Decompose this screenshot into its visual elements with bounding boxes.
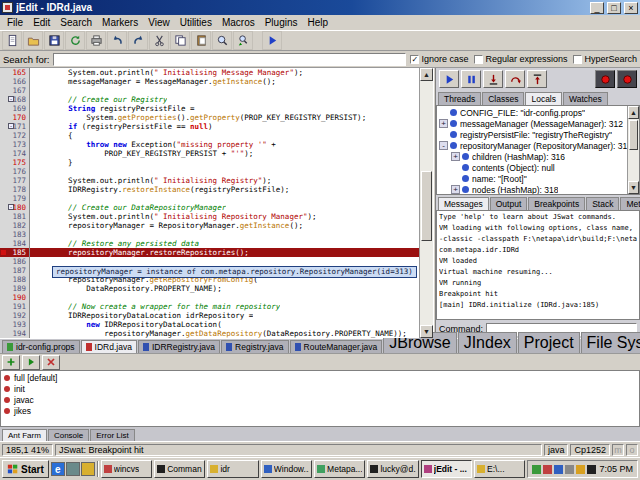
- code-line[interactable]: -171 if (registryPersistFile == null): [0, 122, 419, 131]
- stop-vm-button[interactable]: [595, 70, 615, 88]
- tree-collapse-handle[interactable]: -: [439, 141, 448, 150]
- dock-tab-project[interactable]: Project: [518, 332, 580, 353]
- code-line[interactable]: -168 // Create our Registry: [0, 95, 419, 104]
- maximize-button[interactable]: □: [607, 2, 621, 14]
- reload-buffer-button[interactable]: [65, 31, 85, 50]
- copy-button[interactable]: [170, 31, 190, 50]
- code-line[interactable]: 172 {: [0, 131, 419, 140]
- locals-tree-item[interactable]: registryPersistFile: "registryTheRegistr…: [437, 129, 627, 140]
- locals-tree-item[interactable]: CONFIG_FILE: "idr-config.props": [437, 107, 627, 118]
- taskbar-window-jedit[interactable]: jEdit - ...: [421, 460, 472, 478]
- code-line[interactable]: 178 IDRRegistry.restoreInstance(registry…: [0, 185, 419, 194]
- breakpoint-marker[interactable]: [1, 250, 6, 255]
- internet-explorer-icon[interactable]: e: [51, 462, 65, 476]
- taskbar-window-wincvs[interactable]: wincvs: [101, 460, 152, 478]
- ant-target-full-default[interactable]: full [default]: [4, 372, 636, 383]
- step-over-button[interactable]: [505, 70, 525, 88]
- code-line[interactable]: 194 repositoryManager.getDataRepository(…: [0, 329, 419, 338]
- buffer-tab-idr-config-props[interactable]: idr-config.props: [2, 340, 80, 353]
- code-line[interactable]: 185 repositoryManager.restoreRepositorie…: [0, 248, 419, 257]
- tab-classes[interactable]: Classes: [482, 92, 524, 105]
- regular-expressions-checkbox[interactable]: [474, 55, 483, 64]
- code-line[interactable]: 174 PROP_KEY_REGISTRY_PERSIST + "'");: [0, 149, 419, 158]
- scroll-down-button[interactable]: ▼: [420, 325, 433, 338]
- stop-target-button[interactable]: [42, 355, 60, 370]
- suspend-button[interactable]: [461, 70, 481, 88]
- taskbar-window-metapa[interactable]: Metapa...: [314, 460, 365, 478]
- open-file-button[interactable]: [23, 31, 43, 50]
- tab-watches[interactable]: Watches: [563, 92, 608, 105]
- taskbar-window-e[interactable]: E:\...: [474, 460, 525, 478]
- paste-button[interactable]: [191, 31, 211, 50]
- code-line[interactable]: 182 repositoryManager = RepositoryManage…: [0, 221, 419, 230]
- code-line[interactable]: 192 IDRRepositoryDataLocation idrReposit…: [0, 311, 419, 320]
- dock-tab-jindex[interactable]: JIndex: [458, 332, 517, 353]
- code-line[interactable]: 177 System.out.println(" Initialising Re…: [0, 176, 419, 185]
- dock-tab-console[interactable]: Console: [48, 429, 89, 441]
- tab-output[interactable]: Output: [490, 197, 528, 210]
- menu-plugins[interactable]: Plugins: [260, 17, 303, 28]
- tab-threads[interactable]: Threads: [438, 92, 481, 105]
- dock-tab-ant-farm[interactable]: Ant Farm: [2, 429, 47, 441]
- minimize-button[interactable]: _: [590, 2, 604, 14]
- step-into-button[interactable]: [483, 70, 503, 88]
- menu-edit[interactable]: Edit: [28, 17, 55, 28]
- undo-button[interactable]: [107, 31, 127, 50]
- dock-tab-file-system-browser[interactable]: File System Browser: [581, 332, 640, 353]
- code-line[interactable]: 191 // Now create a wrapper for the main…: [0, 302, 419, 311]
- tab-methods[interactable]: Methods: [620, 197, 640, 210]
- taskbar-window-comman[interactable]: Comman...: [154, 460, 205, 478]
- tray-icon-2[interactable]: [543, 465, 552, 474]
- code-line[interactable]: 190: [0, 293, 419, 302]
- code-line[interactable]: 165 System.out.println(" Initialising Me…: [0, 68, 419, 77]
- scroll-up-button[interactable]: ▲: [628, 106, 639, 119]
- locals-tree-item[interactable]: +messageManager (MessageManager): 312: [437, 118, 627, 129]
- save-file-button[interactable]: [44, 31, 64, 50]
- resume-button[interactable]: [439, 70, 459, 88]
- code-line[interactable]: 179: [0, 194, 419, 203]
- find-button[interactable]: [212, 31, 232, 50]
- locals-tree-item[interactable]: +children (HashMap): 316: [437, 151, 627, 162]
- tree-expand-handle[interactable]: +: [439, 119, 448, 128]
- edit-mode[interactable]: java: [544, 444, 569, 456]
- locals-tree-item[interactable]: +nodes (HashMap): 318: [437, 184, 627, 194]
- menu-utilities[interactable]: Utilities: [175, 17, 217, 28]
- code-line[interactable]: 183: [0, 230, 419, 239]
- menu-search[interactable]: Search: [55, 17, 97, 28]
- buffer-tab-idrd-java[interactable]: IDRd.java: [81, 340, 137, 353]
- tray-icon-1[interactable]: [532, 465, 541, 474]
- locals-tree-item[interactable]: name: "[Root]": [437, 173, 627, 184]
- locals-scrollbar[interactable]: ▲ ▼: [627, 106, 639, 194]
- ant-target-init[interactable]: init: [4, 383, 636, 394]
- code-line[interactable]: 169 String registryPersistFile =: [0, 104, 419, 113]
- tab-messages[interactable]: Messages: [438, 197, 489, 210]
- code-line[interactable]: 186: [0, 257, 419, 266]
- ignore-case-checkbox[interactable]: ✓: [410, 55, 419, 64]
- tray-icon-4[interactable]: [565, 465, 574, 474]
- locals-tree-item[interactable]: -repositoryManager (RepositoryManager): …: [437, 140, 627, 151]
- cut-button[interactable]: [149, 31, 169, 50]
- start-button[interactable]: Start: [2, 460, 49, 478]
- code-line[interactable]: 181 System.out.println(" Initialising Re…: [0, 212, 419, 221]
- run-target-button[interactable]: [22, 355, 40, 370]
- ant-target-jikes[interactable]: jikes: [4, 405, 636, 416]
- locals-tree-item[interactable]: contents (Object): null: [437, 162, 627, 173]
- code-line[interactable]: 193 new IDRRepositoryDataLocation(: [0, 320, 419, 329]
- code-line[interactable]: 170 System.getProperties().getProperty(P…: [0, 113, 419, 122]
- code-editor[interactable]: 165 System.out.println(" Initialising Me…: [0, 68, 419, 338]
- dock-tab-error-list[interactable]: Error List: [90, 429, 134, 441]
- ant-target-javac[interactable]: javac: [4, 394, 636, 405]
- code-line[interactable]: 176: [0, 167, 419, 176]
- taskbar-window-window[interactable]: Window...: [261, 460, 312, 478]
- scroll-down-button[interactable]: ▼: [628, 181, 639, 194]
- code-line[interactable]: 175 }: [0, 158, 419, 167]
- tray-icon-5[interactable]: [576, 465, 585, 474]
- menu-view[interactable]: View: [143, 17, 175, 28]
- code-line[interactable]: 167: [0, 86, 419, 95]
- code-line[interactable]: 189 DataRepository.PROPERTY_NAME);: [0, 284, 419, 293]
- tree-expand-handle[interactable]: +: [451, 185, 460, 194]
- tab-breakpoints[interactable]: Breakpoints: [528, 197, 585, 210]
- buffer-tab-routemanager-java[interactable]: RouteManager.java: [290, 340, 383, 353]
- search-input[interactable]: [53, 53, 406, 66]
- terminate-session-button[interactable]: [617, 70, 637, 88]
